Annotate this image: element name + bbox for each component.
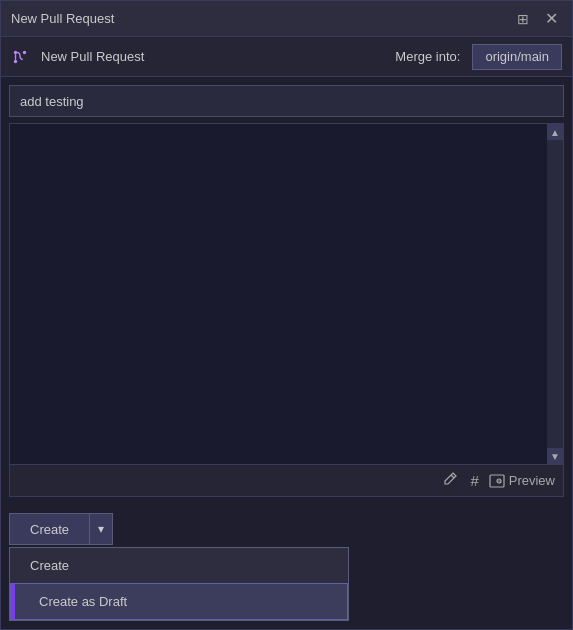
menu-item-create-draft-label: Create as Draft: [31, 594, 127, 609]
create-main-button[interactable]: Create: [9, 513, 89, 545]
content-area: ▲ ▼ #: [1, 77, 572, 505]
window: New Pull Request ⊞ ✕ New Pull Request Me…: [0, 0, 573, 630]
close-icon: ✕: [545, 10, 558, 27]
window-title: New Pull Request: [11, 11, 114, 26]
merge-branch-button[interactable]: origin/main: [472, 44, 562, 70]
preview-button[interactable]: Preview: [489, 473, 555, 489]
title-bar-left: New Pull Request: [11, 11, 114, 26]
merge-branch-text: origin/main: [485, 49, 549, 64]
pin-button[interactable]: ⊞: [513, 9, 533, 29]
svg-point-2: [14, 59, 17, 62]
title-input[interactable]: [9, 85, 564, 117]
close-button[interactable]: ✕: [541, 9, 562, 29]
action-area: Create ▾ Create Create as Draft: [1, 505, 572, 629]
edit-icon[interactable]: [440, 469, 460, 492]
dropdown-arrow-icon: ▾: [98, 522, 104, 536]
pin-icon: ⊞: [517, 11, 529, 27]
active-indicator: [11, 584, 15, 619]
scrollbar-up-button[interactable]: ▲: [547, 124, 563, 140]
svg-point-0: [14, 50, 17, 53]
preview-icon: [489, 473, 505, 489]
scrollbar-track: ▲ ▼: [547, 124, 563, 464]
menu-item-create-draft[interactable]: Create as Draft: [10, 583, 348, 620]
toolbar-title: New Pull Request: [41, 49, 144, 64]
description-wrapper: ▲ ▼ #: [9, 123, 564, 497]
scrollbar-down-button[interactable]: ▼: [547, 448, 563, 464]
menu-item-create-label: Create: [30, 558, 69, 573]
toolbar: New Pull Request Merge into: origin/main: [1, 37, 572, 77]
create-label: Create: [30, 522, 69, 537]
create-dropdown-button[interactable]: ▾: [89, 513, 113, 545]
description-textarea[interactable]: [10, 124, 563, 464]
description-toolbar: # Preview: [10, 464, 563, 496]
svg-point-5: [498, 480, 500, 482]
merge-into-label: Merge into:: [395, 49, 460, 64]
create-button-group: Create ▾: [9, 513, 113, 545]
create-dropdown-menu: Create Create as Draft: [9, 547, 349, 621]
preview-label: Preview: [509, 473, 555, 488]
svg-point-1: [23, 50, 26, 53]
git-branch-icon: [11, 48, 29, 66]
title-bar: New Pull Request ⊞ ✕: [1, 1, 572, 37]
title-bar-controls: ⊞ ✕: [513, 9, 562, 29]
hash-icon[interactable]: #: [468, 470, 480, 491]
menu-item-create[interactable]: Create: [10, 548, 348, 583]
